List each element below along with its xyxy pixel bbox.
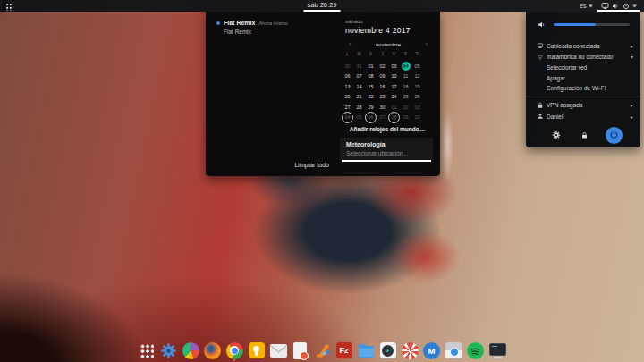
system-action-buttons [526,122,640,144]
weather-section[interactable]: Meteorología Seleccionar ubicación… [340,138,433,162]
calendar-day-header: S [400,50,411,58]
user-icon [533,113,547,120]
calendar-day[interactable]: 20 [342,92,353,103]
dock-spotify-icon[interactable] [467,341,485,359]
wifi-submenu-item[interactable]: Seleccionar red [526,63,640,73]
calendar-day[interactable]: 31 [353,61,365,72]
desktop[interactable]: sáb 20:29 es Flat Remix Ahora mismo Flat… [0,0,644,362]
dock-app-blue-badge-icon[interactable] [445,341,462,359]
dock-chrome-icon[interactable] [225,341,243,359]
calendar-day[interactable]: 26 [411,92,423,103]
wired-icon [533,42,547,49]
calendar-day[interactable]: 16 [377,81,388,92]
calendar-day-headers: LMXJVSD [342,50,435,58]
keyboard-layout-indicator[interactable]: es [576,0,596,12]
calendar-day[interactable]: 18 [400,81,411,92]
calendar-day[interactable]: 25 [400,92,411,103]
calendar-day[interactable]: 29 [365,102,377,113]
add-world-clocks-button[interactable]: Añadir relojes del mundo… [340,126,435,132]
dock-lollypop-icon[interactable] [401,341,419,359]
weather-subtitle: Seleccionar ubicación… [346,150,427,156]
dock-keep-notes-icon[interactable] [248,341,266,359]
wifi-icon [533,54,547,61]
power-button[interactable] [606,127,623,144]
calendar-day[interactable]: 21 [353,92,365,103]
calendar-prev-button[interactable]: ‹ [349,42,351,47]
settings-button[interactable] [550,129,563,141]
date-full: noviembre 4 2017 [340,26,435,35]
weather-title: Meteorología [346,141,427,147]
calendar-day[interactable]: 02 [400,102,411,113]
system-status-menu[interactable] [597,0,642,12]
power-icon [609,127,619,143]
calendar-day[interactable]: 14 [353,81,365,92]
activities-grid-icon[interactable] [5,3,13,11]
calendar-day[interactable]: 13 [342,81,353,92]
calendar-day-header: M [353,50,365,58]
calendar-day[interactable]: 30 [377,102,388,113]
calendar-day[interactable]: 10 [411,113,423,123]
calendar-day[interactable]: 08 [388,113,400,123]
dock-mail-icon[interactable] [269,341,287,359]
dock-document-editor-icon[interactable] [292,341,309,359]
calendar-day[interactable]: 06 [365,113,377,123]
calendar-day[interactable]: 28 [353,102,365,113]
calendar-day[interactable]: 01 [365,61,377,72]
dock-filezilla-icon[interactable]: Fz [335,341,353,359]
dock-settings-icon[interactable] [160,341,178,359]
notification-item[interactable]: Flat Remix Ahora mismo [216,20,335,26]
menu-item-vpn[interactable]: VPN apagada▸ [526,100,640,112]
calendar-day[interactable]: 03 [411,102,423,113]
calendar-next-button[interactable]: › [426,42,428,47]
volume-slider[interactable] [554,23,630,26]
menu-item-wifi[interactable]: Inalámbrica no conectado▾ [526,52,640,63]
calendar-day[interactable]: 09 [377,72,388,82]
calendar-day[interactable]: 17 [388,81,400,92]
calendar-day[interactable]: 24 [388,92,400,103]
calendar-day[interactable]: 03 [388,61,400,72]
dock-disk-usage-icon[interactable] [182,341,199,359]
calendar-day[interactable]: 10 [388,72,400,82]
calendar-day[interactable]: 11 [400,72,411,82]
calendar-day[interactable]: 07 [353,72,365,82]
calendar-day[interactable]: 09 [400,113,411,123]
calendar-day[interactable]: 23 [377,92,388,103]
calendar-day-header: L [342,50,353,58]
dock-mega-icon[interactable]: M [423,341,441,359]
dock-show-apps-icon[interactable] [138,341,156,359]
calendar-day[interactable]: 06 [342,72,353,82]
clear-all-button[interactable]: Limpiar todo [294,162,329,168]
calendar-day[interactable]: 27 [342,102,353,113]
dock-firefox-icon[interactable] [204,341,222,359]
calendar-day[interactable]: 05 [353,113,365,123]
menu-item-user[interactable]: Daniel▸ [526,111,640,122]
calendar-day[interactable]: 12 [411,72,423,82]
calendar-day[interactable]: 04 [342,113,353,123]
menu-item-wired[interactable]: Cableada conectada▸ [526,40,640,52]
dock-files-icon[interactable] [357,341,375,359]
speaker-icon [535,21,548,29]
calendar-day[interactable]: 02 [377,61,388,72]
dock-music-player-icon[interactable] [379,341,397,359]
submenu-arrow-icon: ▸ [631,114,633,120]
notification-body: Flat Remix [224,29,335,35]
calendar-day[interactable]: 15 [365,81,377,92]
calendar-day[interactable]: 22 [365,92,377,103]
calendar-day[interactable]: 01 [388,102,400,113]
calendar-day[interactable]: 05 [411,61,423,72]
calendar-day[interactable]: 19 [411,81,423,92]
calendar-day[interactable]: 30 [342,61,353,72]
dock-terminal-icon[interactable] [488,341,506,359]
wifi-submenu-item[interactable]: Configuración de Wi-Fi [526,83,640,94]
calendar-day[interactable]: 04 [400,61,411,72]
system-menu-panel: Cableada conectada▸Inalámbrica no conect… [526,12,640,147]
keyboard-layout-label: es [580,3,586,9]
calendar-day[interactable]: 08 [365,72,377,82]
lock-button[interactable] [578,129,590,141]
dock-key-manager-icon[interactable] [313,341,331,359]
calendar-day-header: X [365,50,377,58]
wifi-submenu-item[interactable]: Apagar [526,73,640,84]
clock-menu[interactable]: sáb 20:29 [303,0,342,12]
calendar-day[interactable]: 07 [377,113,388,123]
volume-icon [612,3,619,10]
